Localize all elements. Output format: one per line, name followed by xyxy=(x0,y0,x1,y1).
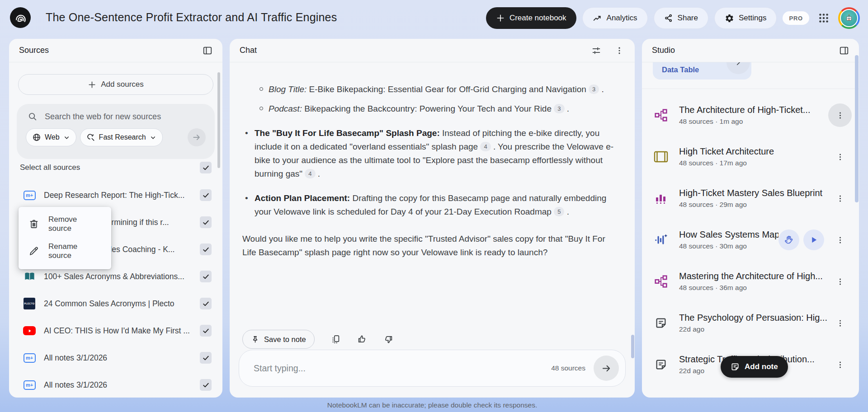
studio-item-row[interactable]: The Psychology of Persuasion: Hig...22d … xyxy=(642,302,859,344)
item-more-icon[interactable] xyxy=(828,311,852,335)
send-button[interactable] xyxy=(594,356,619,381)
notebooklm-note-icon: m+ xyxy=(24,380,36,390)
item-more-icon[interactable] xyxy=(828,228,852,252)
source-title: Sales Coaching - K... xyxy=(100,245,200,254)
studio-item-title: High-Ticket Mastery Sales Blueprint xyxy=(679,188,828,198)
note-doc-icon xyxy=(653,358,669,371)
studio-item-row[interactable]: High-Ticket Mastery Sales Blueprint48 so… xyxy=(642,178,859,219)
studio-item-title: High Ticket Architecture xyxy=(679,146,828,157)
plus-icon xyxy=(496,14,505,23)
sub-bullet-marker xyxy=(259,87,263,91)
note-doc-icon xyxy=(653,317,669,329)
bullet-marker: • xyxy=(245,192,248,205)
interactive-mode-button[interactable] xyxy=(778,229,799,250)
citation-chip[interactable]: 3 xyxy=(554,104,564,113)
search-input[interactable]: Search the web for new sources xyxy=(45,112,161,122)
chat-bullet-block: •The "Buy It For Life Basecamp" Splash P… xyxy=(242,126,618,181)
research-mode-dropdown[interactable]: Fast Research xyxy=(80,128,163,146)
studio-scrollbar[interactable] xyxy=(855,55,859,202)
citation-chip[interactable]: 4 xyxy=(480,142,491,151)
add-note-button[interactable]: Add note xyxy=(721,356,788,378)
studio-item-row[interactable]: The Acronym Method for Batching... xyxy=(642,385,859,398)
studio-item-row[interactable]: Mastering the Architecture of High...48 … xyxy=(642,261,859,302)
create-notebook-button[interactable]: Create notebook xyxy=(486,7,576,29)
analytics-button[interactable]: Analytics xyxy=(582,7,648,29)
studio-item-meta: 48 sources · 29m ago xyxy=(679,201,828,209)
user-avatar[interactable] xyxy=(838,7,860,29)
source-title: etermining if this r... xyxy=(100,218,200,227)
submit-search-button[interactable] xyxy=(188,128,206,146)
source-title: All notes 3/1/2026 xyxy=(44,380,200,390)
item-more-icon[interactable] xyxy=(828,353,852,376)
select-all-label: Select all sources xyxy=(20,163,80,172)
source-row[interactable]: m+All notes 3/1/2026 xyxy=(9,344,222,371)
studio-item-title: Mastering the Architecture of High... xyxy=(679,271,828,281)
save-to-note-button[interactable]: Save to note xyxy=(242,330,315,349)
source-title: 100+ Sales Acronyms & Abbreviations... xyxy=(44,272,200,281)
source-row[interactable]: PLECTO24 Common Sales Acronyms | Plecto xyxy=(9,290,222,317)
studio-item-row[interactable]: The Architecture of High-Ticket...48 sou… xyxy=(642,94,859,136)
item-more-icon[interactable] xyxy=(828,145,852,169)
add-sources-button[interactable]: Add sources xyxy=(18,74,213,95)
chat-input[interactable]: Start typing... xyxy=(254,363,551,374)
studio-item-meta: 48 sources · 36m ago xyxy=(679,284,828,292)
item-more-icon[interactable] xyxy=(828,270,852,293)
rename-source-menu-item[interactable]: Rename source xyxy=(19,238,111,265)
source-checkbox[interactable] xyxy=(200,243,212,255)
bullet-marker: • xyxy=(245,126,248,140)
item-more-icon[interactable] xyxy=(828,394,852,398)
book-favicon-icon xyxy=(24,271,36,283)
flowchart-icon xyxy=(653,108,669,122)
citation-chip[interactable]: 5 xyxy=(554,207,564,216)
disclaimer-text: NotebookLM can be inaccurate; please dou… xyxy=(230,401,635,409)
collapse-panel-icon[interactable] xyxy=(203,46,212,56)
web-filter-dropdown[interactable]: Web xyxy=(26,128,76,146)
share-icon xyxy=(664,14,673,23)
source-checkbox[interactable] xyxy=(200,379,212,391)
studio-item-title: The Architecture of High-Ticket... xyxy=(679,105,828,115)
notebook-title[interactable]: The One-Sentence Profit Extractor and AI… xyxy=(46,11,337,24)
source-checkbox[interactable] xyxy=(200,325,212,337)
plus-icon xyxy=(88,80,96,89)
chat-settings-tune-icon[interactable] xyxy=(591,46,601,56)
chevron-down-icon xyxy=(150,134,156,141)
chat-scrollbar[interactable] xyxy=(631,335,634,358)
settings-button[interactable]: Settings xyxy=(714,7,777,29)
citation-chip[interactable]: 3 xyxy=(589,84,599,94)
source-checkbox[interactable] xyxy=(200,216,212,228)
studio-item-title: How Sales Systems Map... xyxy=(679,229,778,240)
citation-chip[interactable]: 4 xyxy=(305,169,315,178)
play-audio-button[interactable] xyxy=(803,229,824,250)
source-checkbox[interactable] xyxy=(200,298,212,309)
share-button[interactable]: Share xyxy=(654,7,708,29)
chat-more-icon[interactable] xyxy=(615,46,624,55)
source-row[interactable]: AI CEO: THIS is How I'd Make My First ..… xyxy=(9,317,222,344)
notebooklm-logo-icon[interactable] xyxy=(10,7,31,28)
copy-icon[interactable] xyxy=(331,334,341,344)
notebooklm-note-icon: m+ xyxy=(24,191,36,200)
studio-item-row[interactable]: How Sales Systems Map...48 sources · 30m… xyxy=(642,219,859,261)
pro-badge: PRO xyxy=(783,11,809,25)
sources-scrollbar[interactable] xyxy=(217,72,220,168)
source-row[interactable]: m+Deep Research Report: The High-Tick... xyxy=(9,182,222,209)
studio-item-row[interactable]: High Ticket Architecture48 sources · 17m… xyxy=(642,136,859,178)
chat-sub-block: Blog Title: E-Bike Bikepacking: Essentia… xyxy=(242,83,618,96)
select-all-checkbox[interactable] xyxy=(200,162,212,173)
google-apps-grid-icon[interactable] xyxy=(818,12,830,24)
note-icon xyxy=(731,362,740,371)
item-more-icon[interactable] xyxy=(828,187,852,210)
expand-panel-icon[interactable] xyxy=(839,46,849,56)
studio-item-title: The Psychology of Persuasion: Hig... xyxy=(679,313,828,323)
search-icon xyxy=(28,112,38,122)
chat-input-bar: Start typing... 48 sources xyxy=(239,350,626,387)
remove-source-menu-item[interactable]: Remove source xyxy=(19,211,111,238)
source-checkbox[interactable] xyxy=(200,189,212,201)
item-more-icon[interactable] xyxy=(828,103,852,127)
source-checkbox[interactable] xyxy=(200,352,212,364)
studio-item-meta: 48 sources · 17m ago xyxy=(679,159,828,167)
source-row[interactable]: m+All notes 3/1/2026 xyxy=(9,371,222,398)
flowchart-icon xyxy=(653,275,669,288)
thumbs-down-icon[interactable] xyxy=(383,334,393,344)
source-checkbox[interactable] xyxy=(200,271,212,282)
thumbs-up-icon[interactable] xyxy=(357,334,367,344)
